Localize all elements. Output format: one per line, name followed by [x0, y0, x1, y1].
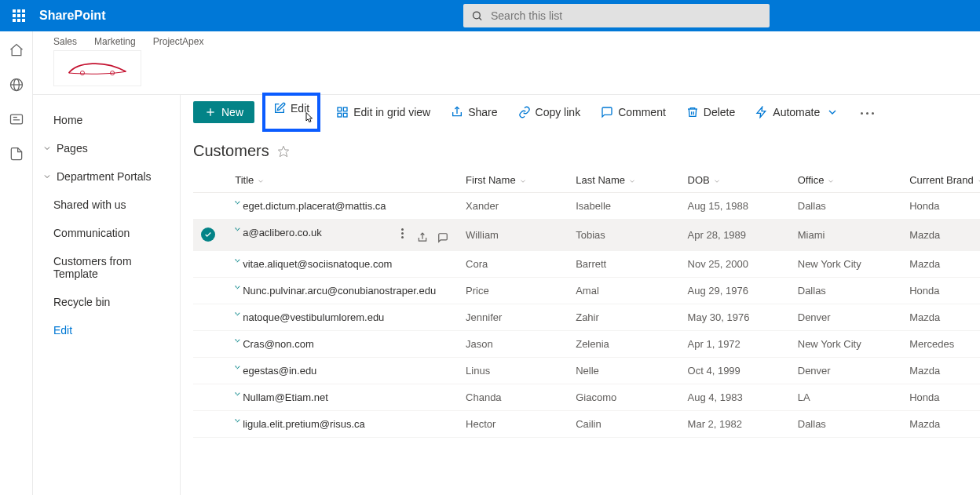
- cell-first-name: Jason: [459, 330, 569, 357]
- nav-home[interactable]: Home: [33, 106, 180, 134]
- row-select-cell[interactable]: [193, 193, 229, 220]
- cell-title[interactable]: Nunc.pulvinar.arcu@conubianostraper.edu: [229, 277, 459, 304]
- cell-brand: Mazda: [903, 410, 980, 437]
- cell-last-name: Giacomo: [569, 384, 681, 410]
- cell-title[interactable]: eget.dictum.placerat@mattis.ca: [229, 193, 459, 220]
- cell-first-name: Hector: [459, 410, 569, 437]
- table-row[interactable]: egestas@in.eduLinusNelleOct 4, 1999Denve…: [193, 357, 980, 384]
- comment-icon: [601, 106, 613, 118]
- delete-button[interactable]: Delete: [682, 103, 740, 122]
- comment-button[interactable]: Comment: [596, 103, 671, 122]
- cell-brand: Mazda: [903, 304, 980, 330]
- table-row[interactable]: Nunc.pulvinar.arcu@conubianostraper.eduP…: [193, 277, 980, 304]
- column-title[interactable]: Title: [229, 168, 459, 193]
- chevron-down-icon: [42, 144, 52, 153]
- grid-icon: [336, 106, 349, 118]
- selected-check-icon: [201, 227, 215, 242]
- cell-title[interactable]: Nullam@Etiam.net: [229, 384, 459, 410]
- table-row[interactable]: natoque@vestibulumlorem.eduJenniferZahir…: [193, 304, 980, 330]
- cell-last-name: Zelenia: [569, 330, 681, 357]
- table-row[interactable]: Cras@non.comJasonZeleniaApr 1, 1972New Y…: [193, 330, 980, 357]
- share-button[interactable]: Share: [446, 103, 502, 122]
- app-launcher-button[interactable]: [6, 3, 31, 28]
- item-indicator-icon: [235, 258, 241, 264]
- cell-dob: Apr 1, 1972: [682, 330, 792, 357]
- nav-communication[interactable]: Communication: [33, 219, 180, 247]
- customers-table: Title First Name Last Name DOB Office Cu…: [193, 168, 980, 438]
- row-select-cell[interactable]: [193, 220, 229, 251]
- item-indicator-icon: [235, 200, 241, 206]
- site-logo[interactable]: [53, 50, 141, 86]
- column-dob[interactable]: DOB: [682, 168, 792, 193]
- item-indicator-icon: [235, 365, 241, 371]
- table-row[interactable]: a@aclibero.co.ukWilliamTobiasApr 28, 198…: [193, 220, 980, 251]
- row-select-cell[interactable]: [193, 277, 229, 304]
- cell-dob: Oct 4, 1999: [682, 357, 792, 384]
- cell-dob: Mar 2, 1982: [682, 410, 792, 437]
- nav-pages[interactable]: Pages: [33, 134, 180, 162]
- cell-last-name: Tobias: [569, 220, 681, 251]
- row-select-cell[interactable]: [193, 410, 229, 437]
- row-more-button[interactable]: [397, 227, 408, 240]
- hub-nav-link[interactable]: ProjectApex: [153, 36, 204, 47]
- cell-title[interactable]: ligula.elit.pretium@risus.ca: [229, 410, 459, 437]
- cell-title[interactable]: natoque@vestibulumlorem.edu: [229, 304, 459, 330]
- nav-edit-link[interactable]: Edit: [33, 316, 180, 344]
- globe-icon[interactable]: [9, 77, 24, 93]
- file-icon[interactable]: [9, 146, 24, 162]
- cell-title[interactable]: egestas@in.edu: [229, 357, 459, 384]
- row-select-cell[interactable]: [193, 330, 229, 357]
- cell-brand: Honda: [903, 277, 980, 304]
- table-row[interactable]: ligula.elit.pretium@risus.caHectorCailin…: [193, 410, 980, 437]
- cell-office: Denver: [792, 357, 903, 384]
- home-icon[interactable]: [9, 42, 24, 58]
- cursor-pointer-icon: [302, 111, 316, 126]
- nav-department-portals[interactable]: Department Portals: [33, 162, 180, 191]
- nav-customers-template[interactable]: Customers from Template: [33, 247, 180, 288]
- chevron-down-icon: [519, 177, 527, 185]
- cell-dob: Apr 28, 1989: [682, 220, 792, 251]
- row-select-cell[interactable]: [193, 384, 229, 410]
- row-select-cell[interactable]: [193, 304, 229, 330]
- column-current-brand[interactable]: Current Brand: [903, 168, 980, 193]
- column-select[interactable]: [193, 168, 229, 193]
- copy-link-button[interactable]: Copy link: [514, 103, 586, 122]
- favorite-star-icon[interactable]: [277, 145, 290, 158]
- cell-dob: Nov 25, 2000: [682, 250, 792, 277]
- cell-title[interactable]: vitae.aliquet@sociisnatoque.com: [229, 250, 459, 277]
- cell-first-name: Chanda: [459, 384, 569, 410]
- column-first-name[interactable]: First Name: [459, 168, 569, 193]
- row-select-cell[interactable]: [193, 357, 229, 384]
- cell-last-name: Amal: [569, 277, 681, 304]
- cell-title[interactable]: a@aclibero.co.uk: [229, 220, 459, 251]
- item-indicator-icon: [235, 285, 241, 291]
- cell-first-name: Xander: [459, 193, 569, 220]
- search-input[interactable]: [489, 9, 762, 23]
- edit-grid-button[interactable]: Edit in grid view: [331, 103, 435, 122]
- automate-button[interactable]: Automate: [751, 103, 843, 122]
- item-indicator-icon: [235, 418, 241, 424]
- row-comment-icon[interactable]: [437, 232, 448, 243]
- column-office[interactable]: Office: [792, 168, 903, 193]
- cell-first-name: Price: [459, 277, 569, 304]
- more-commands-button[interactable]: [859, 106, 876, 118]
- share-icon: [451, 106, 463, 118]
- row-share-icon[interactable]: [417, 232, 428, 243]
- nav-recycle-bin[interactable]: Recycle bin: [33, 288, 180, 316]
- cell-office: Denver: [792, 304, 903, 330]
- brand-label: SharePoint: [39, 9, 105, 23]
- column-last-name[interactable]: Last Name: [569, 168, 681, 193]
- cell-last-name: Nelle: [569, 357, 681, 384]
- table-row[interactable]: vitae.aliquet@sociisnatoque.comCoraBarre…: [193, 250, 980, 277]
- nav-shared-with-us[interactable]: Shared with us: [33, 191, 180, 219]
- table-row[interactable]: Nullam@Etiam.netChandaGiacomoAug 4, 1983…: [193, 384, 980, 410]
- hub-nav-link[interactable]: Sales: [53, 36, 77, 47]
- hub-nav-link[interactable]: Marketing: [94, 36, 136, 47]
- cell-title[interactable]: Cras@non.com: [229, 330, 459, 357]
- news-icon[interactable]: [9, 111, 24, 127]
- new-button[interactable]: New: [193, 101, 254, 123]
- table-row[interactable]: eget.dictum.placerat@mattis.caXanderIsab…: [193, 193, 980, 220]
- search-box[interactable]: [463, 4, 770, 27]
- row-select-cell[interactable]: [193, 250, 229, 277]
- chevron-down-icon: [257, 177, 265, 185]
